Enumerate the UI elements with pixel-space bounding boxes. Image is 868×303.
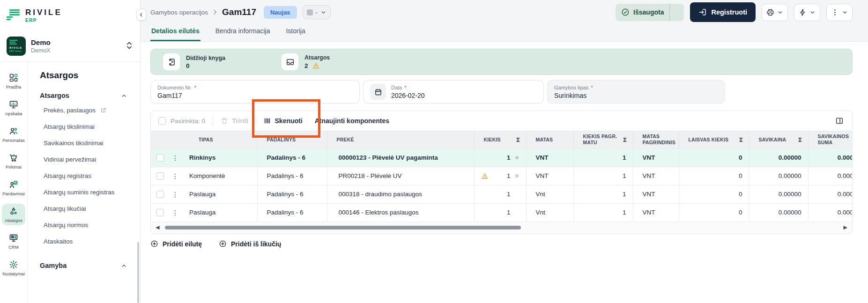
field-data[interactable]: Data *2026-02-20 <box>363 80 544 103</box>
quick-actions-button[interactable] <box>794 4 820 21</box>
summary-bar: Didžioji knyga0Atsargos2 <box>150 49 853 75</box>
kiekis-value: 1 <box>507 209 511 216</box>
brand-header: RIVILE ERP <box>0 0 140 31</box>
saved-label: Išsaugota <box>633 8 664 16</box>
column-header-kiekis_pagr_matu[interactable]: Kiekis pagr. matuΣ <box>573 131 633 148</box>
sidebar-collapse-button[interactable] <box>136 9 146 21</box>
cart-icon <box>9 153 18 163</box>
rail-item-apskaita[interactable]: Apskaita <box>2 97 25 118</box>
column-header-savikainos_suma[interactable]: Savikainos sumaΣ <box>808 131 852 148</box>
sidebar-item-vidiniai-pervežimai[interactable]: Vidiniai pervežimai <box>40 151 140 168</box>
required-asterisk: * <box>193 85 196 90</box>
row-menu-kebab-icon[interactable]: ⋮ <box>171 209 179 216</box>
menu-section-atsargos[interactable]: Atsargos <box>40 92 140 99</box>
sum-sigma-icon[interactable]: Σ <box>516 136 520 143</box>
tipas-value: Komponentė <box>189 172 225 179</box>
delete-button[interactable]: Trinti <box>221 117 248 125</box>
summary-icon-box <box>163 53 180 70</box>
sum-sigma-icon[interactable]: Σ <box>623 136 627 143</box>
horizontal-scrollbar[interactable]: ◀ ▶ <box>151 222 852 234</box>
lines-table: TipasPadalinysPrekėKiekisΣMatasKiekis pa… <box>151 131 852 222</box>
chevron-down-icon[interactable] <box>674 9 682 15</box>
menu-section-gamyba[interactable]: Gamyba <box>40 262 140 269</box>
row-menu-kebab-icon[interactable]: ⋮ <box>171 172 179 180</box>
column-settings-button[interactable] <box>833 115 846 127</box>
cell-kiekis: 1 <box>474 203 526 222</box>
sidebar-item-label: Atsargų tikslinimai <box>44 123 95 130</box>
tab-detalios-eilutės[interactable]: Detalios eilutės <box>150 24 200 41</box>
sidebar-item-atsargų-normos[interactable]: Atsargų normos <box>40 217 140 233</box>
row-menu-kebab-icon[interactable]: ⋮ <box>171 154 179 162</box>
field-dokumento-nr-[interactable]: Dokumento Nr. *Gam117 <box>150 80 360 103</box>
column-header-kiekis[interactable]: KiekisΣ <box>474 131 526 148</box>
sidebar-item-atsargų-suminis-registras[interactable]: Atsargų suminis registras <box>40 184 140 200</box>
rail-item-crm[interactable]: CRM <box>2 230 25 252</box>
cell-savikainos-suma-value: 0.00000 <box>838 154 852 161</box>
footer-actions: Pridėti eilutęPridėti iš likučių <box>150 240 853 248</box>
rail-item-pirkimai[interactable]: Pirkimai <box>2 150 25 172</box>
cell-kiekis-pagr-matu-value: 1 <box>623 209 626 216</box>
company-switch-icon[interactable] <box>126 41 133 50</box>
rail-item-atsargos[interactable]: Atsargos <box>2 204 25 225</box>
rail-item-personalas[interactable]: Personalas <box>2 124 25 145</box>
scrollbar-thumb[interactable] <box>165 226 521 229</box>
sum-sigma-icon[interactable]: Σ <box>798 136 802 143</box>
trash-icon <box>221 117 228 125</box>
cell-kiekis-pagr-matu-inner: 1 <box>574 154 633 161</box>
row-checkbox[interactable] <box>156 191 164 198</box>
quantity-lines-icon[interactable]: ≡ <box>514 154 520 161</box>
scan-button[interactable]: Skenuoti <box>264 117 303 125</box>
saved-split-button[interactable]: Išsaugota <box>616 4 684 21</box>
rail-item-pardavimai[interactable]: Pardavimai <box>2 177 25 199</box>
add-button-from-stock[interactable]: Pridėti iš likučių <box>219 240 281 248</box>
tab-istorija[interactable]: Istorija <box>285 24 306 41</box>
sidebar-scrollbar[interactable] <box>137 242 139 303</box>
sidebar-item-savikainos-tikslinimai[interactable]: Savikainos tikslinimai <box>40 135 140 151</box>
column-header-laisvas_kiekis[interactable]: Laisvas kiekisΣ <box>679 131 749 148</box>
tab-bendra-informacija[interactable]: Bendra informacija <box>215 24 271 41</box>
company-selector[interactable]: RIVILE ERP demo Demo DemoX <box>0 31 140 62</box>
column-header-savikaina[interactable]: SavikainaΣ <box>749 131 808 148</box>
register-button[interactable]: Registruoti <box>690 2 756 22</box>
scroll-left-arrow[interactable]: ◀ <box>156 224 159 230</box>
column-header-preke[interactable]: Prekė <box>327 131 474 148</box>
breadcrumb: Gamybos operacijos Gam117 Naujas - <box>150 0 853 24</box>
field-gamybos-tipas[interactable]: Gamybos tipas *Surinkimas <box>547 80 725 103</box>
row-checkbox[interactable] <box>156 172 164 180</box>
column-header-padalinys[interactable]: Padalinys <box>257 131 327 148</box>
color-status-value: - <box>316 9 318 16</box>
row-menu-kebab-icon[interactable]: ⋮ <box>171 191 179 198</box>
select-all-checkbox[interactable] <box>158 117 166 125</box>
summary-tile-stock: Atsargos2 <box>282 53 330 70</box>
scroll-right-arrow[interactable]: ▶ <box>844 224 847 230</box>
sidebar-item-label: Atsargų likučiai <box>44 205 86 212</box>
sidebar-item-atsargų-tikslinimai[interactable]: Atsargų tikslinimai <box>40 118 140 135</box>
print-menu-button[interactable] <box>762 4 788 21</box>
cell-laisvas-kiekis: 0 <box>679 148 749 167</box>
grid-toolbar: Pasirinkta: 0 Trinti Skenuoti <box>151 111 852 131</box>
cell-savikaina: 0.00000 <box>749 185 808 203</box>
column-header-tipas[interactable]: Tipas <box>151 131 257 148</box>
breadcrumb-parent[interactable]: Gamybos operacijos <box>150 9 208 16</box>
cell-kiekis-pagr-matu-inner: 1 <box>574 172 633 179</box>
sidebar-item-atsargų-registras[interactable]: Atsargų registras <box>40 168 140 184</box>
cell-savikaina: 0.00000 <box>749 148 808 167</box>
column-header-matas[interactable]: Matas <box>526 131 573 148</box>
more-menu-button[interactable] <box>826 4 853 21</box>
row-checkbox[interactable] <box>156 154 164 162</box>
cell-matas: VNT <box>526 148 573 167</box>
column-header-inner: Laisvas kiekisΣ <box>679 136 749 143</box>
color-status-select[interactable]: - <box>303 5 331 19</box>
sidebar-item-label: Prekės, paslaugos <box>44 107 96 114</box>
refresh-components-button[interactable]: Atnaujinti komponentes <box>315 117 389 125</box>
row-checkbox[interactable] <box>156 209 164 216</box>
sidebar-item-atsargų-likučiai[interactable]: Atsargų likučiai <box>40 200 140 217</box>
column-header-matas_pagrindinis[interactable]: Matas pagrindinis <box>633 131 679 148</box>
rail-item-nustatymai[interactable]: Nustatymai <box>2 257 25 279</box>
add-button-line[interactable]: Pridėti eilutę <box>150 240 202 248</box>
sidebar-item-prekės-paslaugos[interactable]: Prekės, paslaugos <box>40 102 140 118</box>
sidebar-item-ataskaitos[interactable]: Ataskaitos <box>40 233 140 250</box>
sum-sigma-icon[interactable]: Σ <box>739 136 743 143</box>
quantity-lines-icon[interactable]: ≡ <box>514 172 520 179</box>
rail-item-pradžia[interactable]: Pradžia <box>2 70 25 92</box>
